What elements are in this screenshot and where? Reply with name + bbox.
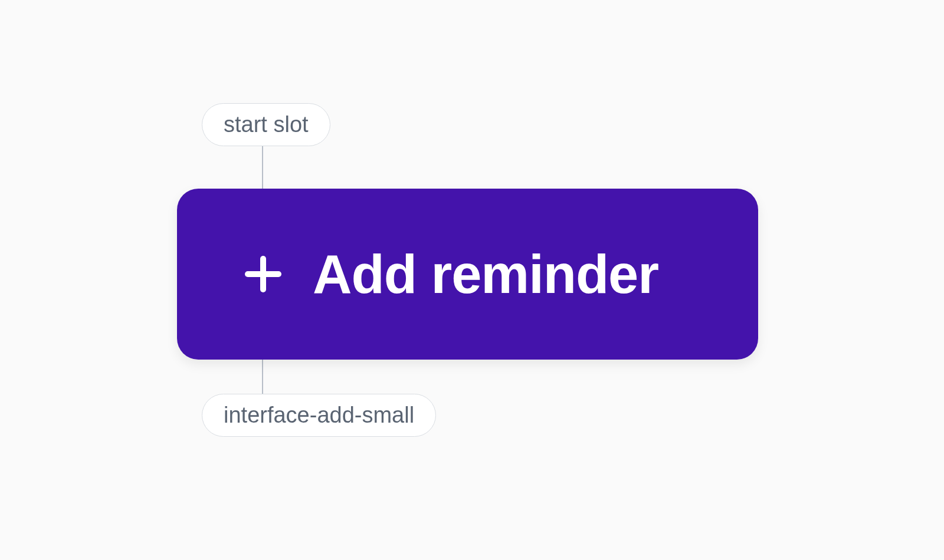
button-label: Add reminder xyxy=(313,243,658,305)
plus-icon xyxy=(242,253,284,295)
annotation-pill-start-slot: start slot xyxy=(202,103,330,146)
connector-line-top xyxy=(262,146,263,189)
diagram-canvas: start slot Add reminder interface-add-sm… xyxy=(0,0,944,560)
annotation-pill-icon-name: interface-add-small xyxy=(202,394,436,437)
connector-line-bottom xyxy=(262,360,263,394)
annotation-label: interface-add-small xyxy=(224,403,414,427)
add-reminder-button[interactable]: Add reminder xyxy=(177,189,758,360)
annotation-label: start slot xyxy=(224,112,309,137)
